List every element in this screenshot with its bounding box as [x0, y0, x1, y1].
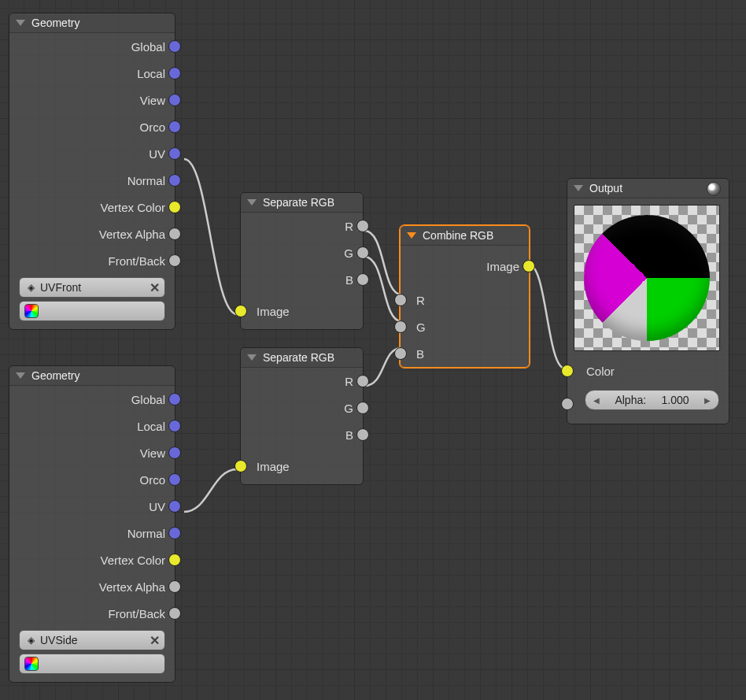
- output-local: Local: [9, 413, 175, 439]
- uv-layer-field[interactable]: ◈ UVFront ✕: [19, 277, 165, 298]
- output-orco: Orco: [9, 466, 175, 493]
- node-header[interactable]: Output: [567, 179, 729, 198]
- uv-layer-field[interactable]: ◈ UVSide ✕: [19, 630, 165, 650]
- output-r: R: [241, 368, 363, 394]
- color-wheel-icon: [24, 657, 39, 671]
- socket-local[interactable]: [168, 420, 181, 432]
- socket-normal[interactable]: [168, 527, 181, 539]
- preview-image: [574, 205, 720, 351]
- output-g: G: [241, 239, 363, 266]
- node-header[interactable]: Separate RGB: [241, 348, 363, 368]
- output-vertex-alpha: Vertex Alpha: [9, 220, 175, 247]
- socket-local[interactable]: [168, 67, 181, 80]
- collapse-triangle-icon[interactable]: [16, 20, 25, 26]
- input-image: Image: [241, 293, 363, 329]
- chevron-right-icon[interactable]: ▶: [704, 396, 711, 405]
- output-front-back: Front/Back: [9, 247, 175, 274]
- output-normal: Normal: [9, 167, 175, 194]
- socket-view[interactable]: [168, 446, 181, 459]
- collapse-triangle-icon[interactable]: [407, 232, 416, 239]
- alpha-number-field[interactable]: ◀ Alpha: 1.000 ▶: [585, 390, 719, 410]
- alpha-label: Alpha:: [615, 394, 646, 406]
- socket-global[interactable]: [168, 40, 181, 53]
- output-uv: UV: [9, 140, 175, 167]
- collapse-triangle-icon[interactable]: [247, 354, 257, 361]
- uv-icon: ◈: [24, 281, 37, 294]
- socket-b[interactable]: [356, 428, 369, 441]
- socket-vertex-alpha[interactable]: [168, 580, 181, 593]
- socket-r[interactable]: [356, 220, 369, 232]
- output-global: Global: [9, 33, 175, 60]
- alpha-value: 1.000: [662, 394, 689, 406]
- clear-icon[interactable]: ✕: [150, 280, 160, 295]
- output-vertex-alpha: Vertex Alpha: [9, 573, 175, 600]
- socket-color[interactable]: [561, 365, 574, 377]
- socket-vertex-color[interactable]: [168, 554, 181, 566]
- clear-icon[interactable]: ✕: [150, 633, 160, 648]
- collapse-triangle-icon[interactable]: [247, 199, 257, 206]
- socket-g[interactable]: [356, 246, 369, 259]
- output-view: View: [9, 87, 175, 113]
- socket-uv[interactable]: [168, 147, 181, 160]
- socket-front-back[interactable]: [168, 607, 181, 620]
- node-combine-rgb[interactable]: Combine RGB Image R G B: [400, 225, 530, 368]
- socket-alpha[interactable]: [561, 398, 574, 410]
- input-color: Color: [567, 357, 729, 384]
- socket-image[interactable]: [523, 260, 535, 272]
- socket-r[interactable]: [394, 294, 407, 306]
- socket-b[interactable]: [356, 273, 369, 286]
- node-header[interactable]: Geometry: [9, 13, 175, 33]
- socket-global[interactable]: [168, 393, 181, 406]
- node-header[interactable]: Combine RGB: [401, 226, 529, 246]
- node-header[interactable]: Separate RGB: [241, 193, 363, 213]
- socket-vertex-color[interactable]: [168, 201, 181, 213]
- socket-image[interactable]: [235, 460, 247, 472]
- node-geometry-2[interactable]: Geometry Global Local View Orco UV Norma…: [9, 365, 175, 683]
- output-global: Global: [9, 386, 175, 413]
- color-wheel-icon: [24, 304, 39, 318]
- node-editor-viewport[interactable]: Geometry Global Local View Orco UV Norma…: [0, 0, 746, 700]
- output-view: View: [9, 439, 175, 466]
- output-local: Local: [9, 60, 175, 87]
- chevron-left-icon[interactable]: ◀: [593, 396, 600, 405]
- uv-layer-name: UVSide: [40, 634, 77, 646]
- output-vertex-color: Vertex Color: [9, 194, 175, 220]
- socket-vertex-alpha[interactable]: [168, 228, 181, 240]
- socket-g[interactable]: [356, 402, 369, 414]
- output-vertex-color: Vertex Color: [9, 546, 175, 573]
- output-uv: UV: [9, 493, 175, 520]
- socket-orco[interactable]: [168, 473, 181, 486]
- node-geometry-1[interactable]: Geometry Global Local View Orco UV Norma…: [9, 13, 175, 330]
- node-title: Combine RGB: [423, 229, 493, 242]
- socket-orco[interactable]: [168, 120, 181, 133]
- uv-icon: ◈: [24, 634, 37, 646]
- output-r: R: [241, 213, 363, 239]
- node-title: Geometry: [31, 17, 79, 29]
- vertex-color-field[interactable]: [19, 654, 165, 674]
- socket-normal[interactable]: [168, 174, 181, 187]
- input-b: B: [401, 340, 529, 367]
- socket-front-back[interactable]: [168, 254, 181, 267]
- node-title: Separate RGB: [263, 351, 334, 364]
- socket-view[interactable]: [168, 94, 181, 106]
- collapse-triangle-icon[interactable]: [16, 372, 25, 379]
- socket-g[interactable]: [394, 320, 407, 333]
- node-separate-rgb-2[interactable]: Separate RGB R G B Image: [240, 347, 364, 485]
- output-b: B: [241, 421, 363, 448]
- output-g: G: [241, 394, 363, 421]
- vertex-color-field[interactable]: [19, 301, 165, 321]
- uv-layer-name: UVFront: [40, 281, 81, 294]
- node-separate-rgb-1[interactable]: Separate RGB R G B Image: [240, 192, 364, 330]
- socket-image[interactable]: [235, 305, 247, 317]
- input-r: R: [401, 287, 529, 313]
- socket-b[interactable]: [394, 347, 407, 360]
- node-title: Output: [589, 182, 622, 194]
- node-output[interactable]: Output Color ◀ Alpha: 1.000 ▶: [567, 178, 729, 424]
- socket-r[interactable]: [356, 375, 369, 387]
- node-title: Separate RGB: [263, 196, 334, 209]
- socket-uv[interactable]: [168, 500, 181, 513]
- preview-sphere: [584, 215, 710, 341]
- node-header[interactable]: Geometry: [9, 366, 175, 386]
- output-image: Image: [401, 246, 529, 287]
- collapse-triangle-icon[interactable]: [574, 185, 583, 191]
